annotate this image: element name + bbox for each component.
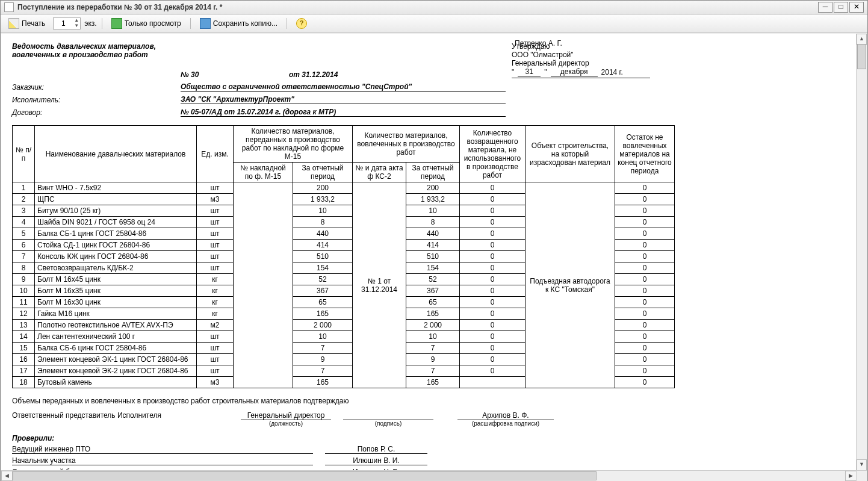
check2-name: Илюшин В. И. (325, 456, 427, 465)
col-num: № п/п (13, 126, 35, 182)
sig-name: Архипов В. Ф. (457, 411, 554, 420)
check1-name: Попов Р. С. (325, 445, 427, 454)
sig-position: Генеральный директор (241, 411, 331, 420)
toolbar: Печать ▲ ▼ экз. Только просмотр Сохранит… (1, 14, 867, 33)
save-copy-button[interactable]: Сохранить копию... (196, 16, 282, 31)
app-window: Поступление из переработки № 30 от 31 де… (0, 0, 868, 481)
sig-sign-cap: (подпись) (343, 420, 433, 427)
scroll-right-icon[interactable]: ▶ (845, 471, 857, 481)
heading-line2: вовлеченных в производство работ (12, 51, 181, 59)
approve-month: декабря (551, 67, 598, 76)
save-copy-label: Сохранить копию... (213, 19, 277, 28)
copies-unit: экз. (84, 19, 96, 28)
copies-spinner[interactable]: ▲ ▼ (53, 17, 81, 29)
scroll-left-icon[interactable]: ◀ (1, 471, 13, 481)
copies-input[interactable] (54, 19, 73, 28)
checked-title: Проверили: (12, 434, 846, 442)
maximize-button[interactable]: □ (834, 2, 848, 13)
col-ret: Количество возвращенного материала, не и… (460, 126, 525, 182)
materials-table: № п/п Наименование давальческих материал… (12, 125, 675, 388)
quote: " (544, 68, 547, 76)
obj-cell: Подъездная автодорога к КС "Томская" (525, 182, 615, 388)
executor-label: Исполнитель: (12, 96, 181, 104)
sig-name-cap: (расшифровка подписи) (457, 420, 554, 427)
scroll-corner (856, 470, 867, 481)
check1-label: Ведущий инженер ПТО (12, 445, 211, 454)
check2-label: Начальник участка (12, 456, 211, 465)
table-row: 1Винт WHO - 7.5x92шт200№ 1 от 31.12.2014… (13, 182, 675, 194)
check2-sign (211, 465, 313, 465)
customer-value: Общество с ограниченной ответственностью… (181, 82, 506, 92)
doc-date: от 31.12.2014 (289, 70, 500, 79)
document-icon (4, 2, 14, 12)
sig-sign (343, 411, 433, 420)
print-label: Печать (22, 19, 45, 28)
confirm-text: Объемы переданных и вовлеченных в произв… (12, 397, 846, 405)
scroll-down-icon[interactable]: ▼ (857, 459, 867, 471)
contract-value: № 05-07/АД от 15.07.2014 г. (дорога к МТ… (181, 108, 506, 117)
help-icon: ? (296, 18, 307, 29)
vertical-scrollbar[interactable]: ▲ ▼ (856, 34, 867, 471)
col-used: Количество материалов, вовлеченных в про… (353, 126, 460, 163)
act-cell: № 1 от 31.12.2014 (353, 182, 406, 388)
approve-org: ООО "Олмастрой" (512, 51, 650, 59)
doc-number: № 30 (181, 70, 289, 79)
document-page: Ведомость давальческих материалов, вовле… (1, 34, 857, 471)
sig-position-cap: (должность) (241, 420, 331, 427)
approve-name: Петренко А. Г. (515, 39, 562, 48)
scroll-thumb-h[interactable] (13, 471, 597, 480)
col-unit: Ед. изм. (197, 126, 234, 182)
view-icon (111, 18, 122, 29)
heading-line1: Ведомость давальческих материалов, (12, 42, 181, 51)
save-icon (200, 18, 211, 29)
spinner-down-icon[interactable]: ▼ (73, 23, 80, 29)
col-obj: Объект строительства, на который израсхо… (525, 126, 615, 182)
close-button[interactable]: ✕ (849, 2, 864, 13)
col-name: Наименование давальческих материалов (35, 126, 197, 182)
print-icon (8, 18, 19, 29)
window-title: Поступление из переработки № 30 от 31 де… (17, 3, 818, 11)
scroll-thumb[interactable] (857, 44, 866, 69)
col-in: Количество материалов, переданных в прои… (234, 126, 353, 163)
resp-label: Ответственный представитель Исполнителя (12, 411, 241, 420)
contract-label: Договор: (12, 108, 181, 117)
col-in-s1: № накладной по ф. М-15 (234, 163, 293, 182)
approve-position: Генеральный директор (512, 59, 650, 67)
customer-label: Заказчик: (12, 83, 181, 92)
executor-value: ЗАО "СК "АрхитектурПроект" (181, 95, 506, 104)
view-only-button[interactable]: Только просмотр (107, 16, 185, 31)
col-in-s2: За отчетный период (293, 163, 353, 182)
separator (287, 18, 287, 29)
print-button[interactable]: Печать (4, 16, 49, 31)
approve-day: 31 (518, 67, 541, 76)
check1-sign (211, 453, 313, 454)
quote: " (512, 68, 514, 76)
content-area: Ведомость давальческих материалов, вовле… (1, 34, 867, 481)
minimize-button[interactable]: ─ (818, 2, 832, 13)
titlebar: Поступление из переработки № 30 от 31 де… (1, 1, 867, 14)
separator (190, 18, 191, 29)
help-button[interactable]: ? (292, 16, 311, 31)
approve-year: 2014 г. (601, 68, 623, 76)
col-used-s1: № и дата акта ф КС-2 (353, 163, 406, 182)
col-rest: Остаток не вовлеченных материалов на кон… (615, 126, 675, 182)
separator (102, 18, 102, 29)
horizontal-scrollbar[interactable]: ◀ ▶ (1, 470, 857, 481)
col-used-s2: За отчетный период (406, 163, 460, 182)
view-only-label: Только просмотр (125, 19, 181, 28)
